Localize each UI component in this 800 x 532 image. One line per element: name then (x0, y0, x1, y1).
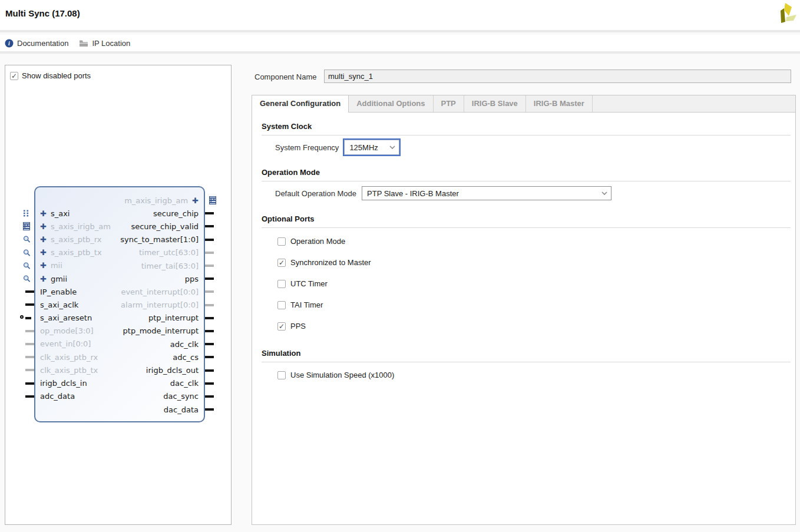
ip-location-label: IP Location (92, 39, 130, 48)
checkbox-box[interactable]: ✓ (10, 72, 18, 80)
expand-plus-icon[interactable]: ✚ (192, 197, 199, 204)
port-stub (205, 369, 214, 372)
folder-icon (79, 39, 88, 47)
port-alarm-interrupt-0-0[interactable]: alarm_interrupt[0:0] (104, 299, 204, 312)
magnifier-icon (23, 275, 31, 283)
tab-irig-b-master[interactable]: IRIG-B Master (526, 95, 593, 112)
port-stub (25, 382, 34, 385)
checkbox-use-simulation-speed-x1000[interactable]: Use Simulation Speed (x1000) (277, 371, 791, 379)
checkbox-box[interactable] (277, 371, 286, 379)
port-name: dac_data (164, 405, 199, 414)
port-stub (205, 395, 214, 398)
general-configuration-content: System Clock System Frequency 125MHz Ope… (252, 122, 795, 379)
system-frequency-value: 125MHz (349, 143, 378, 152)
checkbox-label: PPS (290, 322, 306, 331)
port-stub (205, 277, 214, 280)
tab-bar: General ConfigurationAdditional OptionsP… (252, 95, 795, 113)
port-dac-sync[interactable]: dac_sync (104, 390, 204, 403)
checkbox-box[interactable] (277, 237, 286, 246)
port-timer-tai-63-0[interactable]: timer_tai[63:0] (104, 259, 204, 272)
port-name: ptp_mode_interrupt (123, 326, 199, 335)
port-stub (205, 343, 214, 345)
checkbox-synchronized-to-master[interactable]: ✓Synchronized to Master (277, 258, 791, 267)
port-name: secure_chip (153, 209, 199, 218)
expand-plus-icon[interactable]: ✚ (40, 236, 47, 243)
port-secure-chip-valid[interactable]: secure_chip_valid (104, 220, 204, 233)
port-timer-utc-63-0[interactable]: timer_utc[63:0] (104, 246, 204, 259)
port-stub (205, 212, 214, 214)
port-pps[interactable]: pps (104, 272, 204, 285)
port-ptp-interrupt[interactable]: ptp_interrupt (104, 312, 204, 325)
optional-ports-list: Operation Mode✓Synchronized to MasterUTC… (262, 237, 791, 331)
port-name: alarm_interrupt[0:0] (121, 300, 199, 309)
port-name: gmii (51, 275, 67, 283)
expand-plus-icon[interactable]: ✚ (40, 223, 47, 230)
port-ptp-mode-interrupt[interactable]: ptp_mode_interrupt (104, 325, 204, 338)
tab-irig-b-slave[interactable]: IRIG-B Slave (464, 95, 526, 112)
port-irigb-dcls-out[interactable]: irigb_dcls_out (104, 364, 204, 376)
checkbox-pps[interactable]: ✓PPS (277, 322, 791, 331)
system-frequency-row: System Frequency 125MHz (275, 140, 791, 155)
checkbox-box[interactable]: ✓ (277, 322, 286, 331)
port-stub (25, 395, 34, 398)
port-name: adc_cs (173, 353, 199, 362)
port-dac-clk[interactable]: dac_clk (104, 377, 204, 390)
documentation-button[interactable]: i Documentation (5, 39, 68, 48)
expand-plus-icon[interactable]: ✚ (40, 262, 47, 269)
component-name-input[interactable]: multi_sync_1 (324, 70, 791, 83)
port-m-axis-irigb-am[interactable]: m_axis_irigb_am✚ (104, 194, 204, 207)
checkbox-label: UTC Timer (290, 279, 328, 288)
tab-additional-options[interactable]: Additional Options (349, 95, 433, 112)
checkbox-box[interactable]: ✓ (277, 259, 286, 267)
ip-location-button[interactable]: IP Location (79, 39, 130, 48)
port-event-interrupt-0-0[interactable]: event_interrupt[0:0] (104, 285, 204, 298)
checkbox-box[interactable] (277, 301, 286, 309)
port-sync-to-master-1-0[interactable]: sync_to_master[1:0] (104, 233, 204, 246)
checkbox-tai-timer[interactable]: TAI Timer (277, 300, 791, 309)
component-name-label: Component Name (254, 72, 317, 81)
port-stub (205, 356, 214, 358)
vendor-pinwheel-logo (774, 2, 798, 30)
interface-grid-icon (23, 222, 30, 230)
port-adc-clk[interactable]: adc_clk (104, 338, 204, 351)
port-name: event_interrupt[0:0] (121, 288, 199, 296)
tab-ptp[interactable]: PTP (434, 95, 464, 112)
port-name: IP_enable (40, 288, 77, 296)
checkbox-label: Use Simulation Speed (x1000) (290, 371, 394, 379)
port-name: dac_sync (163, 392, 199, 401)
port-stub (25, 356, 34, 358)
expand-plus-icon[interactable]: ✚ (40, 249, 47, 256)
port-name: ptp_interrupt (148, 313, 199, 322)
port-name: sync_to_master[1:0] (120, 235, 199, 244)
checkbox-utc-timer[interactable]: UTC Timer (277, 279, 791, 288)
port-stub (25, 303, 34, 306)
checkbox-label: TAI Timer (290, 300, 323, 309)
port-name: clk_axis_ptb_tx (40, 366, 98, 375)
port-name: irigb_dcls_in (40, 379, 87, 388)
chevron-down-icon (601, 191, 607, 195)
checkbox-label: Operation Mode (290, 237, 345, 246)
section-title-optional-ports: Optional Ports (262, 214, 791, 223)
port-name: clk_axis_ptb_rx (40, 353, 98, 362)
checkbox-operation-mode[interactable]: Operation Mode (277, 237, 791, 246)
expand-plus-icon[interactable]: ✚ (40, 275, 47, 283)
system-frequency-select[interactable]: 125MHz (344, 140, 399, 155)
checkbox-box[interactable] (277, 280, 286, 288)
show-disabled-ports-checkbox[interactable]: ✓ Show disabled ports (10, 71, 91, 80)
port-name: s_axi (51, 209, 70, 218)
port-stub (25, 330, 34, 332)
port-name: secure_chip_valid (131, 222, 199, 231)
port-stub (205, 290, 214, 293)
port-name: m_axis_irigb_am (124, 196, 188, 205)
simulation-list: Use Simulation Speed (x1000) (262, 371, 791, 379)
interface-dots-icon (23, 210, 29, 217)
default-operation-mode-label: Default Operation Mode (275, 189, 356, 198)
port-dac-data[interactable]: dac_data (104, 403, 204, 416)
default-operation-mode-select[interactable]: PTP Slave - IRIG-B Master (362, 186, 611, 200)
port-secure-chip[interactable]: secure_chip (104, 207, 204, 220)
port-adc-cs[interactable]: adc_cs (104, 351, 204, 364)
expand-plus-icon[interactable]: ✚ (40, 210, 47, 217)
port-name: mii (51, 261, 62, 270)
port-name: adc_clk (170, 340, 199, 349)
tab-general-configuration[interactable]: General Configuration (252, 95, 349, 113)
